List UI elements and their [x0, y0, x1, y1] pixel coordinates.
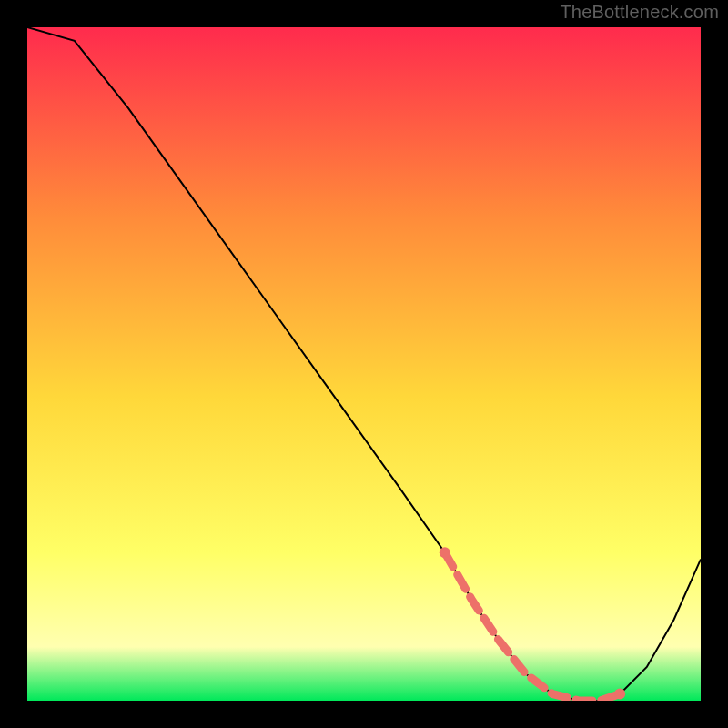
flat-region-endpoint	[440, 547, 450, 558]
gradient-background	[27, 27, 701, 701]
chart-svg	[27, 27, 701, 701]
plot-area	[27, 27, 701, 701]
watermark-text: TheBottleneck.com	[560, 2, 719, 23]
chart-frame: TheBottleneck.com	[0, 0, 728, 728]
flat-region-endpoint	[614, 689, 625, 700]
